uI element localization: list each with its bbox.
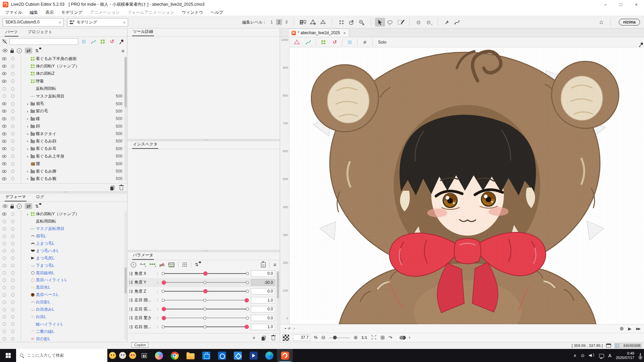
visibility-toggle[interactable] [3,264,6,267]
taskbar-emoji-2[interactable] [117,349,127,362]
parameter-row[interactable]: 角度 Y ： -30.0 [127,278,280,287]
scrollbar-thumb[interactable] [124,57,127,107]
lock-toggle[interactable] [11,177,14,180]
expand-arrow-icon[interactable]: › [25,124,30,128]
lock-toggle[interactable] [11,79,14,83]
edit-level-button[interactable]: 1 [269,19,275,25]
workspace-select[interactable]: モデリング ∨ [67,18,128,26]
fit-view-icon[interactable] [371,335,377,340]
filter-disabled-icon[interactable] [2,39,7,44]
scrollbar-thumb[interactable] [277,272,279,298]
expand-arrow-icon[interactable]: › [25,139,30,143]
visibility-toggle[interactable] [3,242,6,245]
lock-toggle[interactable] [11,117,14,120]
rotate-view-icon[interactable]: ↷ [388,335,392,340]
lock-toggle[interactable] [11,87,14,90]
swap-order-icon[interactable]: ⇄ [25,48,32,54]
lock-toggle[interactable] [11,57,14,60]
visibility-toggle[interactable] [3,315,6,318]
deformer-tree-row[interactable]: まつ毛尻L [0,254,127,262]
visibility-toggle[interactable] [3,337,6,341]
visibility-toggle[interactable] [2,72,6,75]
curve-pen-tool-icon[interactable] [452,18,462,26]
lock-toggle[interactable] [11,337,14,341]
lock-toggle[interactable] [11,125,14,128]
pen-tool-icon[interactable] [442,18,452,26]
edit-level-button[interactable]: 2 [276,19,282,25]
expand-all-icon[interactable]: › [17,48,22,53]
scrollbar-thumb[interactable] [124,267,127,294]
fast-forward-icon[interactable]: ▶▶ [636,327,640,330]
texture-atlas-icon[interactable] [298,18,308,26]
expand-parameters-icon[interactable]: › [131,262,136,267]
parameter-row[interactable]: 角度 X ： 0.0 [127,269,280,278]
parts-tree-row[interactable]: › 髪の毛 500 [0,108,127,115]
lock-toggle[interactable] [11,293,14,297]
window-layout-icon[interactable] [606,344,611,348]
lock-toggle[interactable] [11,162,14,166]
parameter-value[interactable]: -30.0 [251,279,275,286]
deformer-tree-row[interactable]: 下まつ毛L [0,262,127,269]
visibility-toggle[interactable] [2,147,6,150]
pin-icon[interactable] [118,39,125,44]
parts-tree-row[interactable]: › 顔 500 [0,123,127,130]
deformer-tree-row[interactable]: 白目L [0,313,127,320]
lock-toggle[interactable] [11,65,14,68]
visibility-toggle[interactable] [3,308,6,311]
cast-icon[interactable]: ⊙ [581,353,585,358]
lock-order-icon[interactable]: ⇅ [35,204,41,209]
taskbar-app-chrome[interactable] [167,349,182,362]
parts-tree-row[interactable]: 体の回転Y（ジャンプ） [0,62,127,70]
deformer-tree-row[interactable]: 黒目ハイライトL [0,277,127,284]
center-view-icon[interactable]: ⊞ [380,335,385,341]
visibility-toggle[interactable] [2,110,6,113]
nizima-logo[interactable]: nizima [619,19,640,25]
expand-arrow-icon[interactable]: › [25,154,30,158]
brush-select-tool-icon[interactable] [395,18,405,26]
remove-key-icon[interactable] [159,264,165,266]
panel-splitter[interactable] [0,191,127,193]
lock-toggle[interactable] [11,139,14,143]
start-button[interactable] [0,349,16,362]
expand-arrow-icon[interactable]: › [25,102,30,106]
expand-arrow-icon[interactable]: › [25,177,30,181]
frame-display-icon[interactable]: ⊠ [346,38,354,47]
deformer-tree-row[interactable]: 眉毛L [0,233,127,240]
parameter-row[interactable]: 角度 Z ： 0.0 [127,287,280,296]
parameter-row[interactable]: 左目 笑... ： 0.0 [127,305,280,314]
parameter-value[interactable]: 0.0 [251,306,275,312]
parts-tree-row[interactable]: マスク反転用目 500 [0,93,127,100]
deformer-tree-row[interactable]: 黒目光L [0,284,127,291]
taskbar-app-copilot[interactable] [151,349,167,362]
mesh-edit-icon[interactable] [308,18,318,26]
visibility-toggle[interactable] [3,87,6,90]
taskbar-app-live2d[interactable] [277,349,293,362]
parts-tree-row[interactable]: 体の回転Z [0,70,127,77]
deformer-tree-row[interactable]: 反転用回転 [0,218,127,225]
parts-tree-row[interactable]: 呼吸 [0,77,127,85]
add-key-2point-icon[interactable] [140,262,146,267]
parts-tree-row[interactable]: › 着ぐるみ脚 500 [0,168,127,175]
expand-arrow-icon[interactable]: › [25,132,30,136]
visibility-toggle[interactable] [3,301,6,304]
parameter-value[interactable]: 0.0 [251,315,275,321]
lock-toggle[interactable] [11,286,14,289]
solo-toggle[interactable]: Solo [378,40,386,45]
taskbar-app-navy[interactable] [246,349,261,362]
lock-toggle[interactable] [11,227,14,231]
parameter-value[interactable]: 0.0 [251,288,275,295]
parts-tree-row[interactable]: › 着ぐるみ顔 500 [0,137,127,145]
lock-toggle[interactable] [11,249,14,252]
taskbar-app-file-explorer[interactable] [182,349,198,362]
menu-item[interactable]: ウィンドウ [178,10,207,15]
parts-tree-row[interactable]: 着ぐるみ下半身の曲面 [0,55,127,62]
rotation-deformer-create-icon[interactable] [346,18,357,26]
taskbar-app-edge[interactable] [261,349,277,362]
ime-indicator[interactable]: A [608,353,611,358]
parameter-row[interactable]: 左目 驚き ： 0.0 [127,314,280,323]
parts-tree-row[interactable]: 反転用回転 [0,85,127,93]
auto-mesh-icon[interactable] [318,18,328,26]
visibility-toggle[interactable] [3,322,6,326]
taskbar-emoji-3[interactable] [127,349,138,362]
lock-toggle[interactable] [11,95,14,98]
